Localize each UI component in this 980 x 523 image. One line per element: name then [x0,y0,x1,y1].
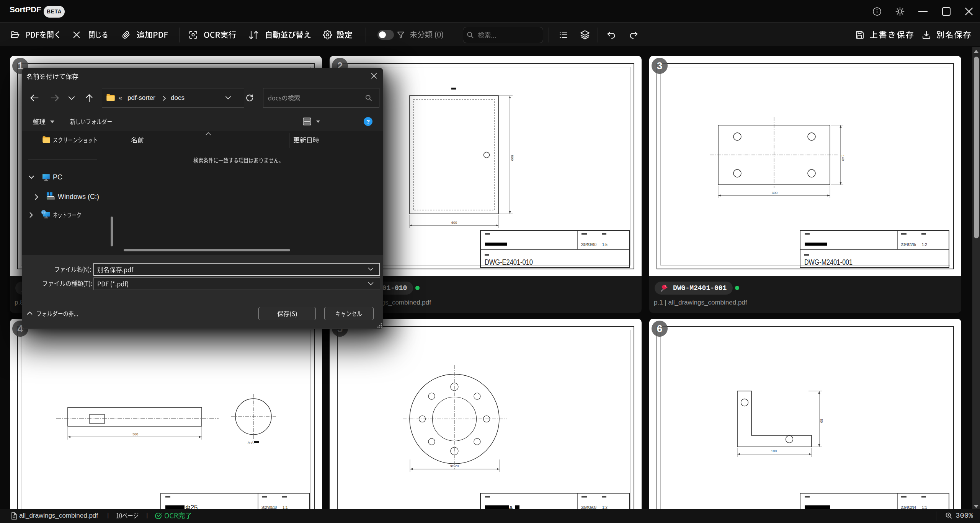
svg-text:600: 600 [451,221,457,225]
svg-text:80: 80 [820,419,823,423]
svg-text:300: 300 [772,191,777,195]
svg-text:DWG-M2401-001: DWG-M2401-001 [804,257,853,266]
svg-text:DWG-E2401-010: DWG-E2401-010 [485,257,533,266]
svg-text:2024/01/15: 2024/01/15 [901,243,916,247]
svg-text:360: 360 [132,432,138,436]
svg-text:100: 100 [771,449,777,453]
svg-text:1:5: 1:5 [602,243,608,247]
svg-text:Φ120: Φ120 [450,464,459,468]
svg-text:A-A: A-A [248,441,253,445]
svg-text:800: 800 [510,155,514,161]
svg-text:1:2: 1:2 [922,243,927,247]
svg-text:140: 140 [841,155,845,161]
svg-text:2024/02/10: 2024/02/10 [581,243,596,247]
